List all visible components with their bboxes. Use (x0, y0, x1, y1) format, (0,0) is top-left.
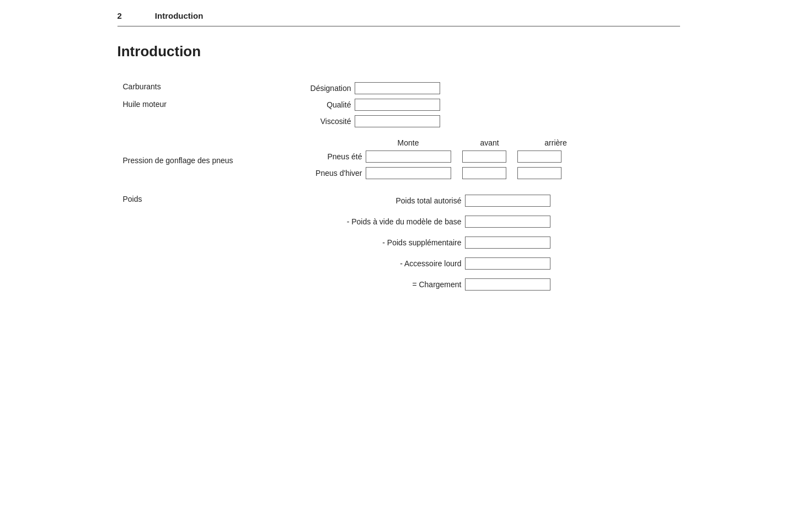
poids-total-row: Poids total autorisé (277, 195, 550, 207)
pression-header: Monte avant arrière (277, 138, 584, 147)
pneus-ete-label: Pneus été (277, 152, 366, 161)
poids-total-input[interactable] (465, 195, 550, 207)
pneus-hiver-label: Pneus d'hiver (277, 169, 366, 178)
pneus-ete-row: Pneus été (277, 151, 584, 163)
poids-label: Poids (123, 195, 277, 203)
col-arriere-header: arrière (528, 138, 584, 147)
pneus-hiver-monte-input[interactable] (366, 167, 451, 179)
poids-vide-input[interactable] (465, 216, 550, 228)
poids-supplementaire-input[interactable] (465, 237, 550, 249)
pression-label: Pression de gonflage des pneus (123, 138, 277, 165)
viscosite-label: Viscosité (277, 117, 355, 126)
qualite-input[interactable] (355, 99, 440, 111)
designation-row: Désignation (277, 82, 440, 94)
col-avant-header: avant (462, 138, 517, 147)
poids-vide-label: - Poids à vide du modèle de base (277, 217, 465, 226)
pneus-ete-arriere-input[interactable] (517, 151, 561, 163)
pression-section: Pression de gonflage des pneus Monte ava… (123, 138, 680, 184)
chargement-input[interactable] (465, 278, 550, 291)
poids-section: Poids Poids total autorisé - Poids à vid… (123, 195, 680, 295)
accessoire-lourd-input[interactable] (465, 257, 550, 270)
pneus-hiver-arriere-input[interactable] (517, 167, 561, 179)
col-monte-header: Monte (366, 138, 451, 147)
chargement-row: = Chargement (277, 278, 550, 291)
accessoire-lourd-label: - Accessoire lourd (277, 259, 465, 268)
huile-moteur-label: Huile moteur (123, 100, 277, 109)
designation-label: Désignation (277, 84, 355, 93)
pneus-ete-avant-input[interactable] (462, 151, 506, 163)
page-title: Introduction (117, 43, 680, 60)
page-number: 2 (117, 11, 122, 20)
pneus-ete-monte-input[interactable] (366, 151, 451, 163)
accessoire-lourd-row: - Accessoire lourd (277, 257, 550, 270)
pneus-hiver-avant-input[interactable] (462, 167, 506, 179)
poids-total-label: Poids total autorisé (277, 196, 465, 205)
viscosite-input[interactable] (355, 115, 440, 127)
qualite-row: Qualité (277, 99, 440, 111)
poids-supplementaire-label: - Poids supplémentaire (277, 238, 465, 247)
viscosite-row: Viscosité (277, 115, 440, 127)
chargement-label: = Chargement (277, 280, 465, 289)
carburants-label: Carburants (123, 82, 277, 91)
carburants-section: Carburants Huile moteur Désignation Qual… (123, 82, 680, 127)
designation-input[interactable] (355, 82, 440, 94)
pneus-hiver-row: Pneus d'hiver (277, 167, 584, 179)
qualite-label: Qualité (277, 100, 355, 109)
poids-supplementaire-row: - Poids supplémentaire (277, 237, 550, 249)
poids-vide-row: - Poids à vide du modèle de base (277, 216, 550, 228)
header-title: Introduction (155, 11, 203, 20)
